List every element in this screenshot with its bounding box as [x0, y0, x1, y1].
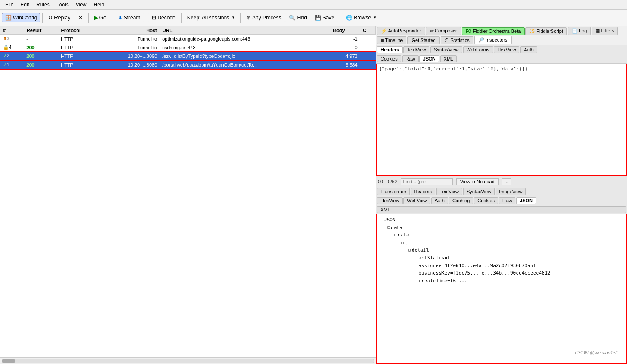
tab-headers[interactable]: Headers	[377, 46, 403, 53]
row-body: 5,584	[330, 61, 360, 69]
row-url: csdnimg.cn:443	[160, 43, 330, 52]
tree-assignee: assignee=4f2e610...e4a...9a2c02f930b70a5…	[419, 262, 536, 270]
position-label: 0:0	[378, 179, 384, 184]
browse-button[interactable]: 🌐 Browse ▼	[342, 13, 380, 22]
fiddler-orchestra-label: Fiddler Orchestra Beta	[473, 29, 521, 34]
table-row[interactable]: 🔒4 200 HTTP Tunnel to csdnimg.cn:443 0	[0, 43, 376, 52]
table-row[interactable]: ↗1 200 HTTP 10.20+...8080 /portal.web/pa…	[0, 61, 376, 69]
winconfig-button[interactable]: 🪟 WinConfig	[2, 13, 40, 22]
session-list[interactable]: # Result Protocol Host URL Body C ⬆3	[0, 26, 376, 357]
btab-json[interactable]: JSON	[516, 197, 536, 204]
statistics-label: Statistics	[451, 38, 470, 43]
replay-button[interactable]: ↺ Replay	[45, 13, 74, 22]
btab-raw[interactable]: Raw	[499, 197, 515, 204]
menu-view[interactable]: View	[72, 1, 90, 9]
timeline-tab[interactable]: ≡ Timeline	[377, 36, 406, 44]
decode-button[interactable]: ⊞ Decode	[148, 13, 179, 22]
tab-textview[interactable]: TextView	[403, 46, 429, 53]
btab-syntaxview[interactable]: SyntaxView	[463, 188, 495, 195]
green-arrow-icon: ↗	[3, 53, 7, 58]
btab-xml[interactable]: XML	[377, 206, 626, 213]
menu-file[interactable]: File	[2, 1, 17, 9]
autoresponder-label: AutoResponder	[388, 28, 421, 33]
expand-icon[interactable]: ⊟	[401, 239, 404, 246]
right-panel: ⚡ AutoResponder ✏ Composer FO Fiddler Or…	[376, 26, 627, 364]
btab-imageview[interactable]: ImageView	[496, 188, 526, 195]
inspectors-tab[interactable]: 🔎 Inspectors	[474, 36, 512, 44]
btab-transformer[interactable]: Transformer	[377, 188, 410, 195]
menu-rules[interactable]: Rules	[33, 1, 53, 9]
btab-cookies[interactable]: Cookies	[474, 197, 498, 204]
go-button[interactable]: ▶ Go	[91, 13, 110, 22]
fiddler-orchestra-tab[interactable]: FO Fiddler Orchestra Beta	[462, 27, 525, 35]
col-header-num: #	[0, 26, 24, 35]
row-body: -1	[330, 35, 360, 43]
tab-json[interactable]: JSON	[419, 55, 439, 62]
btab-hexview[interactable]: HexView	[377, 197, 403, 204]
h-scrollbar[interactable]	[0, 357, 376, 364]
tree-businesskey: businessKey=f1dc75...+e...34b...90cc4cce…	[419, 269, 550, 277]
menu-edit[interactable]: Edit	[17, 1, 33, 9]
btab-webview[interactable]: WebView	[403, 197, 430, 204]
green-arrow-icon: ↗	[3, 62, 7, 67]
save-button[interactable]: 💾 Save	[311, 13, 338, 22]
tree-node-line: ⊟ detail	[408, 246, 624, 254]
separator-1	[42, 13, 43, 23]
leaf-icon: ─	[415, 255, 418, 262]
btab-textview[interactable]: TextView	[436, 188, 462, 195]
separator-6	[240, 13, 241, 23]
log-tab[interactable]: 📄 Log	[568, 27, 591, 35]
separator-7	[340, 13, 340, 23]
tree-detail-label: detail	[412, 246, 429, 254]
inspectors-icon: 🔎	[478, 37, 484, 42]
tab-xml[interactable]: XML	[440, 55, 457, 62]
row-num: 🔒4	[0, 43, 24, 52]
tab-webforms[interactable]: WebForms	[463, 46, 493, 53]
any-process-icon: ⊕	[246, 15, 251, 21]
expand-icon[interactable]: ⊟	[387, 224, 390, 231]
tab-auth[interactable]: Auth	[520, 46, 537, 53]
btab-caching[interactable]: Caching	[449, 197, 473, 204]
row-protocol: HTTP	[58, 61, 101, 69]
tab-raw[interactable]: Raw	[402, 55, 419, 62]
statistics-tab[interactable]: ⏱ Statistics	[441, 36, 473, 44]
fiddlerscript-tab[interactable]: JS FiddlerScript	[525, 27, 567, 35]
menu-tools[interactable]: Tools	[53, 1, 72, 9]
fiddler-orchestra-icon: FO	[466, 29, 472, 34]
find-button[interactable]: 🔍 Find	[285, 13, 310, 22]
find-input[interactable]	[401, 178, 453, 185]
table-row[interactable]: ↗2 200 HTTP 10.20+...8090 /ez/...qlistBy…	[0, 52, 376, 61]
tree-obj-label: {}	[405, 239, 410, 247]
menu-help[interactable]: Help	[90, 1, 108, 9]
autoresponder-tab[interactable]: ⚡ AutoResponder	[377, 27, 425, 35]
expand-icon[interactable]: ⊟	[394, 232, 397, 239]
row-cache	[360, 35, 376, 43]
keep-button[interactable]: Keep: All sessions ▼	[184, 13, 238, 22]
get-started-tab[interactable]: Get Started	[407, 36, 439, 44]
btab-auth[interactable]: Auth	[431, 197, 448, 204]
x-button[interactable]: ✕	[75, 13, 86, 22]
tab-syntaxview[interactable]: SyntaxView	[430, 46, 462, 53]
json-tree[interactable]: ⊟ JSON ⊟ data ⊟	[376, 214, 627, 364]
tab-hexview[interactable]: HexView	[494, 46, 519, 53]
row-cache	[360, 61, 376, 69]
expand-icon[interactable]: ⊟	[408, 247, 411, 254]
view-notepad-button[interactable]: View in Notepad	[456, 178, 499, 185]
row-num: ↗2	[0, 52, 24, 61]
col-header-protocol: Protocol	[58, 26, 101, 35]
col-header-url: URL	[160, 26, 330, 35]
row-protocol: HTTP	[58, 35, 101, 43]
table-row[interactable]: ⬆3 - HTTP Tunnel to optimizationguide-pa…	[0, 35, 376, 43]
stream-button[interactable]: ⬇ Stream	[115, 13, 144, 22]
expand-icon[interactable]: ⊟	[381, 217, 383, 224]
separator-4	[146, 13, 146, 23]
tab-cookies[interactable]: Cookies	[377, 55, 401, 62]
btab-headers[interactable]: Headers	[411, 188, 436, 195]
ellipsis-button[interactable]: ...	[502, 178, 511, 185]
tree-node-obj: ⊟ detail ─ actStatus=1	[408, 246, 624, 284]
filters-tab[interactable]: ▦ Filters	[592, 27, 618, 35]
tree-node-data: ⊟ data ⊟ {}	[394, 231, 624, 284]
composer-tab[interactable]: ✏ Composer	[426, 27, 461, 35]
any-process-button[interactable]: ⊕ Any Process	[243, 13, 285, 22]
main-layout: # Result Protocol Host URL Body C ⬆3	[0, 26, 627, 364]
